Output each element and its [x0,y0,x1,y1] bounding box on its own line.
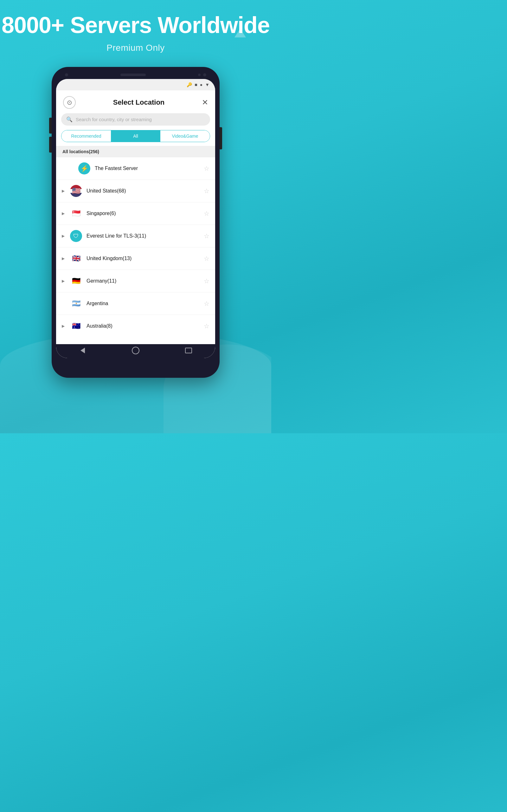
vpn-key-icon: 🔑 [187,82,192,87]
back-nav-button[interactable] [77,346,89,355]
status-bar: 🔑 ■ ● ▼ [56,79,215,90]
location-name-de: Germany(11) [87,278,204,284]
location-name-sg: Singapore(6) [87,211,204,216]
tab-video-game[interactable]: Video&Game [160,131,210,142]
favorite-star-tls[interactable]: ☆ [204,232,210,240]
sensor-dot [198,73,201,76]
location-name-fastest: The Fastest Server [95,165,204,171]
home-nav-button[interactable] [130,346,141,355]
volume-up-button [49,118,52,134]
location-list: ⚡ The Fastest Server ☆ ▶ 🇺🇸 United State… [56,157,215,337]
list-item-fastest[interactable]: ⚡ The Fastest Server ☆ [56,157,215,180]
close-button[interactable]: ✕ [202,98,208,107]
tab-recommended[interactable]: Recommended [61,131,111,142]
favorite-star-us[interactable]: ☆ [204,187,210,195]
flag-ar: 🇦🇷 [70,298,82,310]
power-button [220,127,222,149]
location-name-us: United States(68) [87,188,204,194]
phone-speaker [120,73,146,76]
section-label: All locations(256) [62,149,99,154]
section-header: All locations(256) [56,146,215,157]
location-name-tls: Everest Line for TLS-3(11) [87,233,204,239]
phone-screen: 🔑 ■ ● ▼ ⊙ Select Location ✕ 🔍 Search for… [56,79,215,358]
app-content: ⊙ Select Location ✕ 🔍 Search for country… [56,90,215,358]
front-camera-left [65,73,68,77]
favorite-star-uk[interactable]: ☆ [204,255,210,262]
list-item-de[interactable]: ▶ 🇩🇪 Germany(11) ☆ [56,270,215,293]
list-item-ar[interactable]: 🇦🇷 Argentina ☆ [56,293,215,315]
volume-down-button [49,137,52,153]
lightning-icon: ⚡ [80,165,89,172]
flag-us: 🇺🇸 [70,185,82,197]
search-bar[interactable]: 🔍 Search for country, city or streaming [61,113,210,125]
tab-all[interactable]: All [111,131,160,142]
expand-arrow-de: ▶ [62,279,68,283]
tabs-container: Recommended All Video&Game [61,130,210,142]
flag-sg: 🇸🇬 [70,207,82,219]
flag-au: 🇦🇺 [70,320,82,332]
favorite-star-au[interactable]: ☆ [204,322,210,330]
main-title: 8000+ Servers Worldwide [0,13,271,38]
circle-icon: ● [200,82,203,87]
phone-top-right [198,73,206,77]
favorite-star-de[interactable]: ☆ [204,277,210,285]
list-item-tls[interactable]: ▶ 🛡 Everest Line for TLS-3(11) ☆ [56,225,215,247]
search-placeholder: Search for country, city or streaming [76,117,152,122]
favorite-star-fastest[interactable]: ☆ [204,165,210,172]
square-icon: ■ [194,82,197,87]
expand-arrow-uk: ▶ [62,256,68,261]
speed-icon: ⊙ [63,96,76,109]
expand-arrow-sg: ▶ [62,211,68,216]
location-name-ar: Argentina [87,301,204,306]
phone-bottom-nav [56,344,215,358]
app-header: ⊙ Select Location ✕ [56,90,215,113]
recents-square-icon [185,348,192,353]
fastest-server-icon: ⚡ [78,162,90,174]
favorite-star-ar[interactable]: ☆ [204,300,210,307]
front-camera [203,73,206,77]
search-icon: 🔍 [66,116,72,122]
expand-arrow-us: ▶ [62,189,68,193]
list-item-uk[interactable]: ▶ 🇬🇧 United Kingdom(13) ☆ [56,247,215,270]
list-item-sg[interactable]: ▶ 🇸🇬 Singapore(6) ☆ [56,202,215,225]
back-arrow-icon [80,348,85,353]
location-name-au: Australia(8) [87,323,204,329]
favorite-star-sg[interactable]: ☆ [204,210,210,217]
subtitle: Premium Only [0,43,271,53]
expand-arrow-tls: ▶ [62,234,68,238]
phone-wrapper: 🔑 ■ ● ▼ ⊙ Select Location ✕ 🔍 Search for… [0,67,271,378]
signal-icon: ▼ [205,82,210,87]
location-name-uk: United Kingdom(13) [87,256,204,261]
list-item-us[interactable]: ▶ 🇺🇸 United States(68) ☆ [56,180,215,202]
flag-de: 🇩🇪 [70,275,82,287]
phone-device: 🔑 ■ ● ▼ ⊙ Select Location ✕ 🔍 Search for… [52,67,220,378]
header-section: 8000+ Servers Worldwide Premium Only [0,0,271,59]
expand-arrow-au: ▶ [62,324,68,328]
list-item-au[interactable]: ▶ 🇦🇺 Australia(8) ☆ [56,315,215,337]
recents-nav-button[interactable] [183,346,194,355]
flag-tls: 🛡 [70,230,82,242]
home-circle-icon [132,347,139,354]
phone-top-bar [56,71,215,79]
app-title: Select Location [113,98,165,107]
flag-uk: 🇬🇧 [70,252,82,264]
